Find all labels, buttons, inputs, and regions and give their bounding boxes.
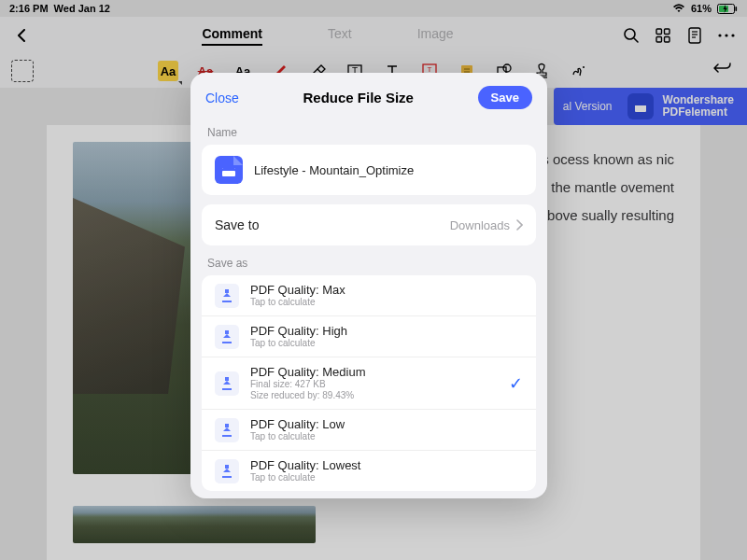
file-icon	[215, 156, 243, 184]
file-name: Lifestyle - Mountain_Optimize	[254, 163, 414, 177]
quality-sub: Tap to calculate	[250, 297, 345, 308]
chevron-right-icon	[515, 219, 523, 231]
quality-sub2: Size reduced by: 89.43%	[250, 390, 366, 401]
quality-sub: Tap to calculate	[250, 472, 361, 483]
saveas-section-label: Save as	[190, 245, 547, 275]
modal-title: Reduce File Size	[303, 90, 414, 105]
svg-rect-30	[225, 289, 229, 293]
quality-sub: Tap to calculate	[250, 431, 345, 442]
svg-rect-38	[225, 465, 229, 469]
name-section-label: Name	[190, 115, 547, 145]
save-to-label: Save to	[215, 217, 259, 232]
svg-rect-34	[225, 377, 229, 381]
quality-icon	[215, 371, 239, 396]
svg-rect-35	[222, 388, 232, 390]
quality-sub1: Final size: 427 KB	[250, 379, 366, 390]
quality-title: PDF Quality: High	[250, 324, 347, 338]
save-to-row[interactable]: Save to Downloads	[202, 204, 536, 245]
svg-rect-33	[222, 342, 232, 343]
file-name-row[interactable]: Lifestyle - Mountain_Optimize	[202, 145, 536, 195]
close-button[interactable]: Close	[205, 91, 239, 105]
svg-rect-32	[225, 330, 229, 334]
quality-low[interactable]: PDF Quality: LowTap to calculate	[202, 409, 536, 450]
quality-max[interactable]: PDF Quality: MaxTap to calculate	[202, 275, 536, 315]
quality-icon	[215, 418, 239, 442]
quality-title: PDF Quality: Medium	[250, 365, 366, 379]
reduce-file-size-modal: Close Reduce File Size Save Name Lifesty…	[190, 73, 547, 498]
quality-medium[interactable]: PDF Quality: Medium Final size: 427 KB S…	[202, 357, 536, 409]
quality-title: PDF Quality: Low	[250, 417, 345, 431]
quality-sub: Tap to calculate	[250, 338, 347, 349]
check-icon: ✓	[509, 373, 523, 394]
quality-icon	[215, 325, 239, 349]
save-button[interactable]: Save	[478, 86, 532, 109]
quality-title: PDF Quality: Max	[250, 283, 345, 297]
svg-rect-39	[222, 476, 232, 478]
svg-rect-31	[222, 301, 232, 302]
svg-rect-36	[225, 424, 229, 427]
quality-title: PDF Quality: Lowest	[250, 458, 361, 472]
quality-icon	[215, 459, 239, 483]
quality-lowest[interactable]: PDF Quality: LowestTap to calculate	[202, 450, 536, 491]
svg-rect-37	[222, 435, 232, 437]
save-to-value: Downloads	[450, 218, 510, 232]
quality-high[interactable]: PDF Quality: HighTap to calculate	[202, 315, 536, 357]
quality-icon	[215, 284, 239, 308]
